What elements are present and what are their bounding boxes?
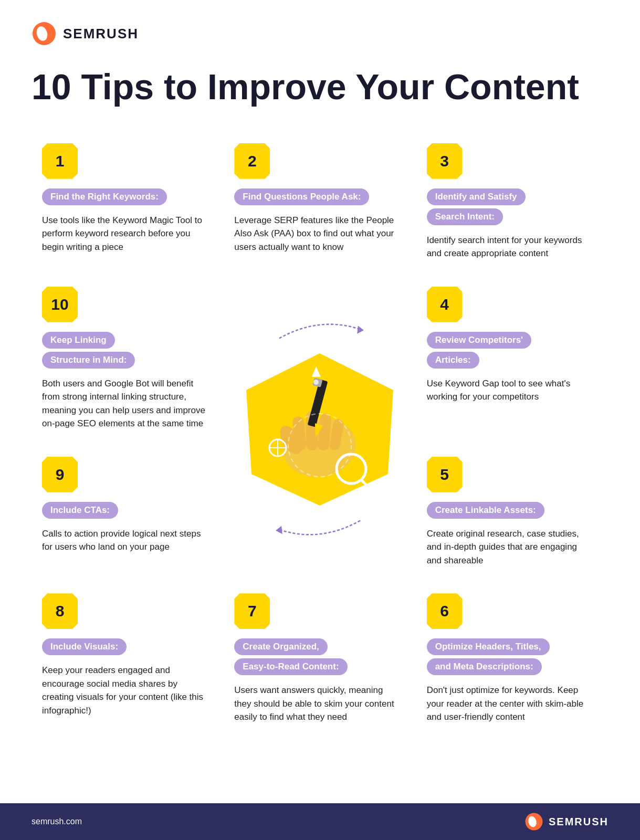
tip-desc-9: Calls to action provide logical next ste…: [42, 527, 208, 554]
footer-logo-icon: [524, 812, 543, 831]
tip-label-6-0: Optimize Headers, Titles,: [427, 638, 550, 655]
tip-label-10-0: Keep Linking: [42, 332, 115, 349]
tip-number-2: 2: [234, 143, 270, 179]
tip-desc-7: Users want answers quickly, meaning they…: [234, 684, 400, 724]
tip-desc-8: Keep your readers engaged and encourage …: [42, 664, 208, 717]
tip-desc-4: Use Keyword Gap tool to see what's worki…: [427, 377, 593, 404]
tip-desc-2: Leverage SERP features like the People A…: [234, 214, 400, 254]
tip-label-7-0: Create Organized,: [234, 638, 328, 655]
tip-label-6-1: and Meta Descriptions:: [427, 658, 542, 675]
footer-logo-text: SEMRUSH: [549, 816, 608, 828]
tip-card-10: 10 Keep Linking Structure in Mind: Both …: [32, 276, 224, 446]
svg-marker-3: [358, 326, 364, 333]
header: SEMRUSH: [32, 21, 608, 46]
tip-desc-5: Create original research, case studies, …: [427, 527, 593, 568]
tip-label-2-0: Find Questions People Ask:: [234, 188, 369, 205]
tip-desc-6: Don't just optimize for keywords. Keep y…: [427, 684, 593, 724]
tip-label-9-0: Include CTAs:: [42, 502, 118, 519]
tip-desc-3: Identify search intent for your keywords…: [427, 234, 593, 260]
tip-labels-7: Create Organized, Easy-to-Read Content:: [234, 638, 400, 675]
tip-label-4-1: Articles:: [427, 352, 479, 369]
tip-labels-9: Include CTAs:: [42, 502, 208, 519]
svg-point-20: [313, 380, 319, 385]
tip-number-9: 9: [42, 457, 78, 492]
tip-labels-4: Review Competitors' Articles:: [427, 332, 593, 369]
semrush-logo-icon: [32, 21, 57, 46]
tip-labels-1: Find the Right Keywords:: [42, 188, 208, 205]
tip-card-1: 1 Find the Right Keywords: Use tools lik…: [32, 133, 224, 276]
tip-labels-10: Keep Linking Structure in Mind:: [42, 332, 208, 369]
tip-number-10: 10: [42, 287, 78, 322]
tip-card-3: 3 Identify and Satisfy Search Intent: Id…: [416, 133, 608, 276]
tip-number-8: 8: [42, 593, 78, 629]
tips-grid: 1 Find the Right Keywords: Use tools lik…: [32, 133, 608, 740]
tip-label-7-1: Easy-to-Read Content:: [234, 658, 347, 675]
tip-labels-3: Identify and Satisfy Search Intent:: [427, 188, 593, 225]
tip-card-6: 6 Optimize Headers, Titles, and Meta Des…: [416, 583, 608, 740]
footer: semrush.com SEMRUSH: [0, 803, 640, 840]
tip-number-5: 5: [427, 457, 463, 492]
footer-url: semrush.com: [32, 817, 82, 826]
tip-card-9: 9 Include CTAs: Calls to action provide …: [32, 446, 224, 583]
main-title: 10 Tips to Improve Your Content: [32, 67, 608, 107]
tip-label-3-1: Search Intent:: [427, 208, 503, 225]
svg-marker-22: [276, 526, 282, 534]
page: SEMRUSH 10 Tips to Improve Your Content …: [0, 0, 640, 840]
tip-desc-10: Both users and Google Bot will benefit f…: [42, 377, 208, 430]
tip-labels-8: Include Visuals:: [42, 638, 208, 655]
tip-card-7: 7 Create Organized, Easy-to-Read Content…: [224, 583, 416, 740]
footer-logo: SEMRUSH: [524, 812, 608, 831]
tip-number-3: 3: [427, 143, 463, 179]
logo-text: SEMRUSH: [63, 26, 139, 42]
tip-labels-5: Create Linkable Assets:: [427, 502, 593, 519]
tip-label-10-1: Structure in Mind:: [42, 352, 135, 369]
tip-number-1: 1: [42, 143, 78, 179]
tip-number-6: 6: [427, 593, 463, 629]
tip-number-7: 7: [234, 593, 270, 629]
tip-label-3-0: Identify and Satisfy: [427, 188, 526, 205]
tip-label-1-0: Find the Right Keywords:: [42, 188, 167, 205]
arrow-bottom-icon: [272, 516, 367, 548]
arrow-top-icon: [272, 311, 367, 343]
tip-card-4: 4 Review Competitors' Articles: Use Keyw…: [416, 276, 608, 446]
central-illustration: [236, 348, 404, 511]
tip-desc-1: Use tools like the Keyword Magic Tool to…: [42, 214, 208, 254]
tip-card-8: 8 Include Visuals: Keep your readers eng…: [32, 583, 224, 740]
tip-label-5-0: Create Linkable Assets:: [427, 502, 544, 519]
tip-card-5: 5 Create Linkable Assets: Create origina…: [416, 446, 608, 583]
tip-number-4: 4: [427, 287, 463, 322]
center-illustration: [224, 276, 416, 583]
tip-label-8-0: Include Visuals:: [42, 638, 127, 655]
tip-label-4-0: Review Competitors': [427, 332, 531, 349]
tip-card-2: 2 Find Questions People Ask: Leverage SE…: [224, 133, 416, 276]
tip-labels-6: Optimize Headers, Titles, and Meta Descr…: [427, 638, 593, 675]
tip-labels-2: Find Questions People Ask:: [234, 188, 400, 205]
